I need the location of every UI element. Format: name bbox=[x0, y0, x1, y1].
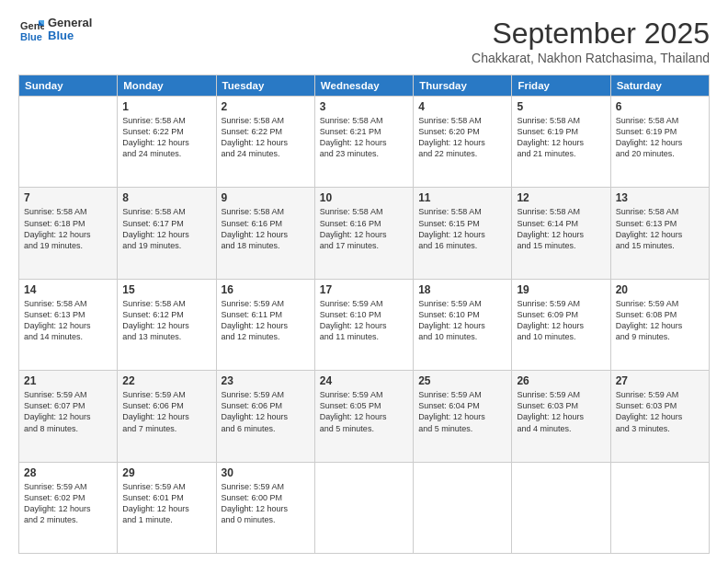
svg-text:Blue: Blue bbox=[20, 31, 42, 42]
col-thursday: Thursday bbox=[414, 75, 512, 97]
table-row: 9Sunrise: 5:58 AM Sunset: 6:16 PM Daylig… bbox=[216, 188, 314, 279]
day-info: Sunrise: 5:59 AM Sunset: 6:03 PM Dayligh… bbox=[517, 389, 605, 434]
day-number: 1 bbox=[122, 100, 210, 113]
day-info: Sunrise: 5:58 AM Sunset: 6:20 PM Dayligh… bbox=[418, 115, 506, 160]
day-number: 28 bbox=[24, 466, 112, 479]
day-number: 5 bbox=[517, 100, 605, 113]
logo-icon: General Blue bbox=[18, 17, 44, 42]
calendar-week-row: 14Sunrise: 5:58 AM Sunset: 6:13 PM Dayli… bbox=[19, 279, 710, 370]
day-number: 25 bbox=[418, 374, 506, 387]
table-row: 28Sunrise: 5:59 AM Sunset: 6:02 PM Dayli… bbox=[19, 462, 118, 553]
day-info: Sunrise: 5:59 AM Sunset: 6:03 PM Dayligh… bbox=[616, 389, 704, 434]
table-row bbox=[19, 97, 118, 188]
table-row: 2Sunrise: 5:58 AM Sunset: 6:22 PM Daylig… bbox=[216, 97, 314, 188]
col-sunday: Sunday bbox=[19, 75, 118, 97]
day-number: 17 bbox=[320, 283, 408, 296]
day-number: 4 bbox=[418, 100, 506, 113]
day-number: 24 bbox=[320, 374, 408, 387]
day-info: Sunrise: 5:59 AM Sunset: 6:06 PM Dayligh… bbox=[122, 389, 210, 434]
table-row: 4Sunrise: 5:58 AM Sunset: 6:20 PM Daylig… bbox=[414, 97, 512, 188]
table-row: 14Sunrise: 5:58 AM Sunset: 6:13 PM Dayli… bbox=[19, 279, 118, 370]
table-row: 8Sunrise: 5:58 AM Sunset: 6:17 PM Daylig… bbox=[118, 188, 216, 279]
col-saturday: Saturday bbox=[610, 75, 709, 97]
day-number: 19 bbox=[517, 283, 605, 296]
day-number: 26 bbox=[517, 374, 605, 387]
day-info: Sunrise: 5:58 AM Sunset: 6:18 PM Dayligh… bbox=[24, 206, 112, 251]
table-row bbox=[314, 462, 413, 553]
calendar-header-row: Sunday Monday Tuesday Wednesday Thursday… bbox=[19, 75, 710, 97]
day-info: Sunrise: 5:58 AM Sunset: 6:13 PM Dayligh… bbox=[24, 298, 112, 343]
day-number: 8 bbox=[122, 191, 210, 204]
day-number: 21 bbox=[24, 374, 112, 387]
table-row: 15Sunrise: 5:58 AM Sunset: 6:12 PM Dayli… bbox=[118, 279, 216, 370]
table-row: 16Sunrise: 5:59 AM Sunset: 6:11 PM Dayli… bbox=[216, 279, 314, 370]
day-number: 16 bbox=[222, 283, 310, 296]
day-number: 2 bbox=[222, 100, 310, 113]
calendar-week-row: 21Sunrise: 5:59 AM Sunset: 6:07 PM Dayli… bbox=[19, 371, 710, 462]
table-row: 13Sunrise: 5:58 AM Sunset: 6:13 PM Dayli… bbox=[610, 188, 709, 279]
calendar-week-row: 7Sunrise: 5:58 AM Sunset: 6:18 PM Daylig… bbox=[19, 188, 710, 279]
day-number: 22 bbox=[122, 374, 210, 387]
day-number: 10 bbox=[320, 191, 408, 204]
table-row bbox=[610, 462, 709, 553]
table-row: 3Sunrise: 5:58 AM Sunset: 6:21 PM Daylig… bbox=[314, 97, 413, 188]
day-info: Sunrise: 5:58 AM Sunset: 6:19 PM Dayligh… bbox=[517, 115, 605, 160]
table-row: 10Sunrise: 5:58 AM Sunset: 6:16 PM Dayli… bbox=[314, 188, 413, 279]
table-row: 26Sunrise: 5:59 AM Sunset: 6:03 PM Dayli… bbox=[512, 371, 610, 462]
day-info: Sunrise: 5:58 AM Sunset: 6:21 PM Dayligh… bbox=[320, 115, 408, 160]
day-info: Sunrise: 5:59 AM Sunset: 6:09 PM Dayligh… bbox=[517, 298, 605, 343]
table-row bbox=[512, 462, 610, 553]
logo: General Blue General Blue bbox=[18, 17, 92, 43]
day-info: Sunrise: 5:58 AM Sunset: 6:12 PM Dayligh… bbox=[122, 298, 210, 343]
day-number: 15 bbox=[122, 283, 210, 296]
day-info: Sunrise: 5:58 AM Sunset: 6:19 PM Dayligh… bbox=[616, 115, 704, 160]
col-monday: Monday bbox=[118, 75, 216, 97]
table-row: 11Sunrise: 5:58 AM Sunset: 6:15 PM Dayli… bbox=[414, 188, 512, 279]
subtitle: Chakkarat, Nakhon Ratchasima, Thailand bbox=[472, 51, 710, 65]
day-info: Sunrise: 5:59 AM Sunset: 6:00 PM Dayligh… bbox=[222, 481, 310, 526]
day-info: Sunrise: 5:59 AM Sunset: 6:01 PM Dayligh… bbox=[122, 481, 210, 526]
day-info: Sunrise: 5:59 AM Sunset: 6:05 PM Dayligh… bbox=[320, 389, 408, 434]
day-info: Sunrise: 5:58 AM Sunset: 6:14 PM Dayligh… bbox=[517, 206, 605, 251]
day-info: Sunrise: 5:58 AM Sunset: 6:16 PM Dayligh… bbox=[320, 206, 408, 251]
day-number: 7 bbox=[24, 191, 112, 204]
day-number: 6 bbox=[616, 100, 704, 113]
table-row: 22Sunrise: 5:59 AM Sunset: 6:06 PM Dayli… bbox=[118, 371, 216, 462]
table-row: 24Sunrise: 5:59 AM Sunset: 6:05 PM Dayli… bbox=[314, 371, 413, 462]
col-friday: Friday bbox=[512, 75, 610, 97]
day-number: 11 bbox=[418, 191, 506, 204]
table-row: 27Sunrise: 5:59 AM Sunset: 6:03 PM Dayli… bbox=[610, 371, 709, 462]
day-info: Sunrise: 5:58 AM Sunset: 6:22 PM Dayligh… bbox=[222, 115, 310, 160]
table-row: 19Sunrise: 5:59 AM Sunset: 6:09 PM Dayli… bbox=[512, 279, 610, 370]
day-info: Sunrise: 5:58 AM Sunset: 6:17 PM Dayligh… bbox=[122, 206, 210, 251]
day-info: Sunrise: 5:59 AM Sunset: 6:10 PM Dayligh… bbox=[418, 298, 506, 343]
table-row: 17Sunrise: 5:59 AM Sunset: 6:10 PM Dayli… bbox=[314, 279, 413, 370]
col-wednesday: Wednesday bbox=[314, 75, 413, 97]
day-number: 27 bbox=[616, 374, 704, 387]
day-info: Sunrise: 5:59 AM Sunset: 6:02 PM Dayligh… bbox=[24, 481, 112, 526]
day-info: Sunrise: 5:58 AM Sunset: 6:22 PM Dayligh… bbox=[122, 115, 210, 160]
table-row: 25Sunrise: 5:59 AM Sunset: 6:04 PM Dayli… bbox=[414, 371, 512, 462]
logo-general-text: General bbox=[48, 17, 92, 29]
calendar-week-row: 28Sunrise: 5:59 AM Sunset: 6:02 PM Dayli… bbox=[19, 462, 710, 553]
day-info: Sunrise: 5:59 AM Sunset: 6:06 PM Dayligh… bbox=[222, 389, 310, 434]
table-row: 12Sunrise: 5:58 AM Sunset: 6:14 PM Dayli… bbox=[512, 188, 610, 279]
table-row: 20Sunrise: 5:59 AM Sunset: 6:08 PM Dayli… bbox=[610, 279, 709, 370]
day-number: 14 bbox=[24, 283, 112, 296]
col-tuesday: Tuesday bbox=[216, 75, 314, 97]
day-info: Sunrise: 5:59 AM Sunset: 6:07 PM Dayligh… bbox=[24, 389, 112, 434]
day-number: 13 bbox=[616, 191, 704, 204]
month-title: September 2025 bbox=[472, 17, 710, 51]
table-row: 30Sunrise: 5:59 AM Sunset: 6:00 PM Dayli… bbox=[216, 462, 314, 553]
day-number: 30 bbox=[222, 466, 310, 479]
day-number: 12 bbox=[517, 191, 605, 204]
table-row: 7Sunrise: 5:58 AM Sunset: 6:18 PM Daylig… bbox=[19, 188, 118, 279]
table-row: 5Sunrise: 5:58 AM Sunset: 6:19 PM Daylig… bbox=[512, 97, 610, 188]
calendar-week-row: 1Sunrise: 5:58 AM Sunset: 6:22 PM Daylig… bbox=[19, 97, 710, 188]
day-number: 29 bbox=[122, 466, 210, 479]
logo-text: General Blue bbox=[48, 17, 92, 43]
table-row: 21Sunrise: 5:59 AM Sunset: 6:07 PM Dayli… bbox=[19, 371, 118, 462]
day-number: 3 bbox=[320, 100, 408, 113]
day-number: 20 bbox=[616, 283, 704, 296]
day-info: Sunrise: 5:58 AM Sunset: 6:15 PM Dayligh… bbox=[418, 206, 506, 251]
